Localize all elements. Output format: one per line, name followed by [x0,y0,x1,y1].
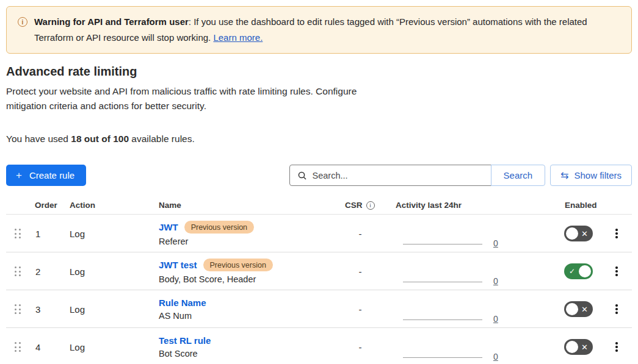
show-filters-button[interactable]: ⇆ Show filters [550,165,632,186]
search-box [289,165,491,186]
rule-activity-cell: 0 [388,328,559,364]
check-icon: ✓ [569,268,575,275]
table-row: 1 Log JWT Previous version Referer - 0 ✓… [6,215,632,252]
rule-name-link[interactable]: Rule Name [159,298,206,308]
activity-sparkline [403,282,482,282]
rule-menu-cell [604,340,632,354]
rule-enabled-cell: ✓ ✕ [559,339,604,355]
search-button-label: Search [504,170,533,180]
rule-csr: - [333,266,388,277]
show-filters-label: Show filters [574,170,622,180]
rule-order: 2 [29,266,63,277]
rule-criteria: Referer [159,237,333,246]
swap-arrows-icon: ⇆ [560,171,568,180]
rule-enabled-cell: ✓ ✕ [559,301,604,317]
usage-count: 18 out of 100 [71,134,129,144]
rule-name-cell: Test RL rule Bot Score [154,335,333,359]
toggle-knob [566,227,578,240]
rule-activity-cell: 0 [388,290,559,328]
rule-menu-cell [604,264,632,279]
rule-name-cell: JWT Previous version Referer [154,221,333,246]
header-activity: Activity last 24hr [388,201,559,210]
activity-sparkline [403,244,482,244]
csr-info-icon[interactable]: i [366,201,375,210]
kebab-menu-icon[interactable] [612,340,622,354]
rule-criteria: Bot Score [159,349,333,359]
drag-handle-icon[interactable] [15,342,21,352]
activity-sparkline [403,357,482,358]
kebab-menu-icon[interactable] [612,302,622,316]
toggle-knob [579,265,591,277]
rule-criteria: AS Num [159,311,333,321]
header-csr-label: CSR [345,201,363,210]
enabled-toggle[interactable]: ✓ ✕ [564,301,593,317]
search-button[interactable]: Search [491,165,546,186]
usage-summary: You have used 18 out of 100 available ru… [6,134,632,145]
rule-order: 3 [29,304,63,315]
rule-enabled-cell: ✓ ✕ [559,263,604,279]
rules-table: Order Action Name CSR i Activity last 24… [6,196,632,364]
drag-handle-icon[interactable] [15,229,21,238]
drag-handle-icon[interactable] [15,304,21,314]
rule-order: 4 [29,342,63,352]
kebab-menu-icon[interactable] [612,226,622,241]
table-row: 4 Log Test RL rule Bot Score - 0 ✓ ✕ [6,328,632,364]
toggle-knob [566,341,578,353]
warning-title: Warning for API and Terraform user [34,16,189,27]
rule-name-cell: Rule Name AS Num [154,298,333,321]
rule-enabled-cell: ✓ ✕ [559,226,604,241]
plus-icon: + [16,170,22,182]
table-row: 2 Log JWT test Previous version Body, Bo… [6,252,632,290]
rule-action: Log [63,266,154,277]
x-icon: ✕ [581,343,588,351]
rule-activity-cell: 0 [388,215,559,252]
kebab-menu-icon[interactable] [612,264,622,279]
page-description: Protect your website and API from malici… [6,84,390,113]
previous-version-badge: Previous version [203,259,273,271]
activity-count-link[interactable]: 0 [493,314,498,324]
rule-name-cell: JWT test Previous version Body, Bot Scor… [154,259,333,284]
header-action: Action [63,201,154,210]
page-title: Advanced rate limiting [6,65,632,79]
rule-action: Log [63,342,154,352]
rule-action: Log [63,304,154,315]
rule-menu-cell [604,226,632,241]
enabled-toggle[interactable]: ✓ ✕ [564,339,593,355]
search-input[interactable] [313,171,485,180]
learn-more-link[interactable]: Learn more. [213,32,263,43]
rule-csr: - [333,229,388,239]
previous-version-badge: Previous version [184,221,254,234]
rule-name-link[interactable]: JWT test [159,260,197,270]
activity-count-link[interactable]: 0 [493,352,498,362]
search-area: Search ⇆ Show filters [289,165,632,186]
search-icon [297,171,307,180]
rule-menu-cell [604,302,632,316]
toggle-knob [566,303,578,315]
activity-count-link[interactable]: 0 [493,238,498,248]
rule-action: Log [63,229,154,239]
enabled-toggle[interactable]: ✓ ✕ [564,226,593,241]
rule-order: 1 [29,229,63,239]
table-header-row: Order Action Name CSR i Activity last 24… [6,196,632,215]
activity-count-link[interactable]: 0 [493,276,498,286]
advanced-rate-limiting-page: i Warning for API and Terraform user: If… [0,0,638,364]
rule-criteria: Body, Bot Score, Header [159,274,333,284]
rule-csr: - [333,342,388,352]
table-row: 3 Log Rule Name AS Num - 0 ✓ ✕ [6,290,632,328]
rule-name-link[interactable]: Test RL rule [159,335,211,346]
rule-activity-cell: 0 [388,252,559,290]
header-csr: CSR i [333,201,388,210]
drag-handle-icon[interactable] [15,266,21,276]
rule-name-link[interactable]: JWT [159,222,178,232]
usage-prefix: You have used [6,134,71,144]
warning-text: Warning for API and Terraform user: If y… [34,14,620,45]
x-icon: ✕ [581,230,588,238]
usage-suffix: available rules. [129,134,195,144]
header-enabled: Enabled [559,201,604,210]
x-icon: ✕ [581,305,588,313]
activity-sparkline [403,319,482,320]
create-rule-button[interactable]: + Create rule [6,165,86,186]
header-order: Order [29,201,63,210]
enabled-toggle[interactable]: ✓ ✕ [564,263,593,279]
toolbar: + Create rule Search ⇆ Show filters [6,165,632,186]
